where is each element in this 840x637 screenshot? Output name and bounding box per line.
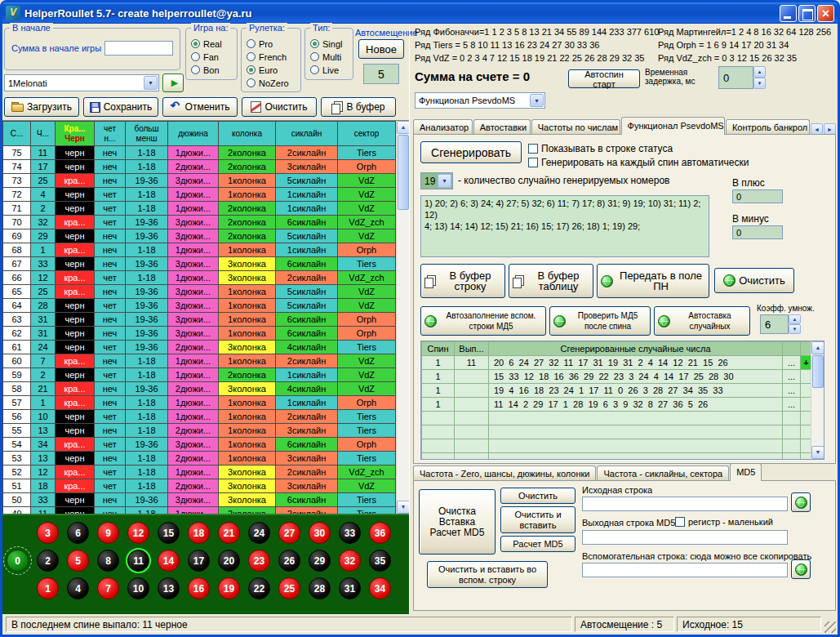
tab-частота-zero-шансы-дюжины-колонки[interactable]: Частота - Zero, шансы, дюжины, колонки [413,466,596,481]
maximize-button[interactable] [798,5,816,22]
aux-string-input[interactable] [582,563,788,577]
md5-big-button[interactable]: Очистка Вставка Расчет MD5 [419,489,496,555]
tab-частоты-по-числам[interactable]: Частоты по числам [531,119,620,135]
wheel-number-27[interactable]: 27 [278,522,300,544]
md5-clear-paste-button[interactable]: Очистить и вставить [500,506,576,533]
wheel-number-16[interactable]: 16 [188,577,210,599]
radio-singl[interactable]: Singl [310,38,351,49]
tab-контроль-банкрол[interactable]: Контроль банкрол [726,119,810,135]
tab-md5[interactable]: MD5 [730,463,762,481]
wheel-number-2[interactable]: 2 [37,550,59,572]
tab-scroll-left[interactable]: ◄ [811,123,823,135]
load-button[interactable]: Загрузить [4,97,79,117]
scroll-up-arrow[interactable]: ▲ [811,341,824,354]
wheel-number-26[interactable]: 26 [278,550,300,572]
wheel-number-14[interactable]: 14 [158,550,180,572]
wheel-number-18[interactable]: 18 [188,522,210,544]
wheel-number-0[interactable]: 0 [7,550,29,572]
checkbox-show-status[interactable]: Показывать в строке статуса [528,143,673,154]
autobet-random-button[interactable]: Автоставка случайных [654,306,750,336]
radio-fan[interactable]: Fan [191,51,235,62]
wheel-number-4[interactable]: 4 [67,577,89,599]
start-sum-input[interactable] [104,41,173,56]
scroll-thumb[interactable] [398,135,409,210]
copy-button[interactable]: В буфер [321,97,396,117]
save-button[interactable]: Сохранить [83,97,158,117]
source-globe-button[interactable] [791,492,811,512]
coef-up-button[interactable]: ▲ [789,314,801,324]
radio-euro[interactable]: Euro [247,65,299,75]
wheel-number-35[interactable]: 35 [369,550,391,572]
minimize-button[interactable] [780,5,797,22]
output-string-input[interactable] [582,530,788,545]
md5-clear-paste-aux-button[interactable]: Очистить и вставить во вспом. строку [427,561,548,588]
resize-grip[interactable] [824,621,836,633]
send-to-pn-button[interactable]: Передать в поле ПН [597,264,709,298]
wheel-number-29[interactable]: 29 [309,550,331,572]
wheel-number-20[interactable]: 20 [218,550,240,572]
wheel-number-21[interactable]: 21 [218,522,240,544]
wheel-number-13[interactable]: 13 [158,577,180,599]
wheel-number-32[interactable]: 32 [339,550,361,572]
tab-функционал-psevdoms[interactable]: Функционал PsevdoMS [621,117,725,135]
tab-частота-сиклайны-сектора[interactable]: Частота - сиклайны, сектора [597,466,729,481]
wheel-number-9[interactable]: 9 [97,522,119,544]
wheel-number-8[interactable]: 8 [97,550,119,572]
radio-pro[interactable]: Pro [247,38,299,49]
wheel-number-25[interactable]: 25 [278,577,300,599]
wheel-number-12[interactable]: 12 [127,522,149,544]
function-combo[interactable]: Функционал PsevdoMS [415,92,545,109]
scroll-down-arrow[interactable]: ▼ [397,501,409,514]
autospin-start-button[interactable]: Автоспин старт [568,69,640,88]
wheel-number-36[interactable]: 36 [369,522,391,544]
generate-button[interactable]: Сгенерировать [420,141,522,163]
scroll-thumb[interactable] [812,355,824,388]
copy-line-button[interactable]: В буфер строку [420,264,505,298]
tab-автоставки[interactable]: Автоставки [473,119,531,135]
radio-multi[interactable]: Multi [310,51,351,62]
radio-french[interactable]: French [247,51,299,62]
md5-calc-button[interactable]: Расчет MD5 [500,536,576,552]
new-button[interactable]: Новое [358,39,404,59]
scroll-down-arrow[interactable]: ▼ [811,446,824,459]
wheel-number-24[interactable]: 24 [248,522,270,544]
autofill-md5-button[interactable]: Автозаполнение вспом. строки МД5 [420,306,546,336]
wheel-number-5[interactable]: 5 [67,550,89,572]
wheel-number-33[interactable]: 33 [339,522,361,544]
wheel-number-19[interactable]: 19 [218,577,240,599]
delay-up-button[interactable]: ▲ [753,66,766,78]
undo-button[interactable]: Отменить [162,97,238,117]
wheel-number-17[interactable]: 17 [188,550,210,572]
tab-анализатор[interactable]: Анализатор [413,119,473,135]
checkbox-auto-generate[interactable]: Генерировать на каждый спин автоматическ… [528,157,749,168]
close-button[interactable] [817,5,834,22]
count-combo[interactable]: 19 [420,172,453,189]
wheel-number-23[interactable]: 23 [248,550,270,572]
clear-button[interactable]: Очистить [242,97,317,117]
wheel-number-15[interactable]: 15 [158,522,180,544]
md5-clear-button[interactable]: Очистить [500,488,576,504]
radio-real[interactable]: Real [191,38,235,49]
coef-down-button[interactable]: ▼ [789,324,801,334]
wheel-number-6[interactable]: 6 [67,522,89,544]
preset-combo[interactable]: 1Melonati [4,74,159,91]
tab-scroll-right[interactable]: ► [824,123,836,135]
wheel-number-22[interactable]: 22 [248,577,270,599]
aux-globe-button[interactable] [791,559,811,579]
wheel-number-1[interactable]: 1 [37,577,59,599]
wheel-number-31[interactable]: 31 [339,577,361,599]
radio-live[interactable]: Live [310,65,351,75]
source-string-input[interactable] [582,497,788,511]
wheel-number-3[interactable]: 3 [37,522,59,544]
play-button[interactable] [162,74,184,92]
history-scrollbar[interactable]: ▲ ▼ [396,121,409,514]
copy-table-button[interactable]: В буфер таблицу [509,264,593,298]
wheel-number-28[interactable]: 28 [309,577,331,599]
spin-table-scrollbar[interactable]: ▲ ▼ [811,341,824,459]
wheel-number-10[interactable]: 10 [127,577,149,599]
scroll-up-arrow[interactable]: ▲ [397,121,409,134]
radio-nozero[interactable]: NoZero [247,78,299,88]
radio-bon[interactable]: Bon [191,65,235,75]
wheel-number-11[interactable]: 11 [127,550,149,572]
delay-down-button[interactable]: ▼ [753,78,766,89]
